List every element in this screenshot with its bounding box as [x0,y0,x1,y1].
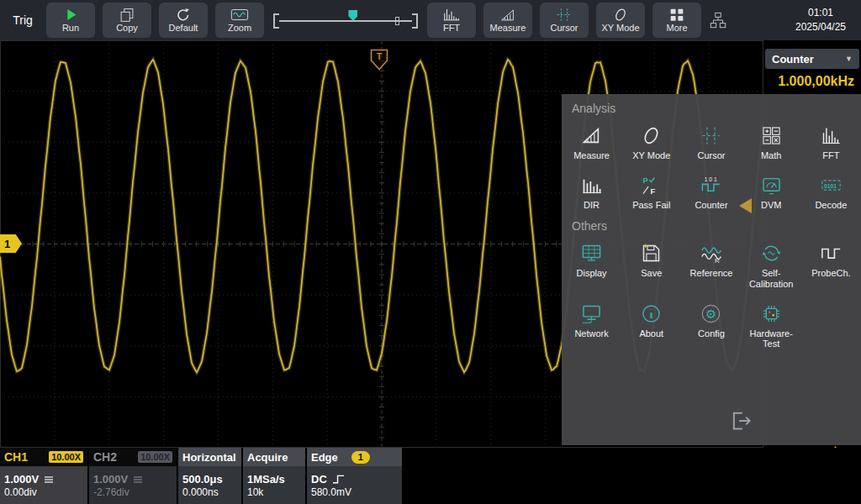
menu-item-self-calibration[interactable]: Self-Calibration [742,234,801,291]
rising-edge-icon [332,474,345,485]
channel2-name: CH2 [93,450,117,464]
channel1-menu-icon [44,475,54,484]
reference-icon: R [700,242,722,265]
menu-item-label: ProbeCh. [811,268,850,279]
menu-item-label: FFT [822,150,839,161]
menu-item-label: Pass Fail [632,200,670,211]
copy-button[interactable]: Copy [103,3,151,38]
menu-item-label: Reference [690,268,733,279]
save-icon [640,242,663,265]
measure-button[interactable]: Measure [483,3,532,38]
pass-fail-icon: P F [640,174,663,197]
fft-button-label: FFT [443,24,460,33]
menu-item-decode[interactable]: 0101 Decode [801,166,861,213]
top-toolbar: Trig Run Copy Default Zoom [0,0,861,40]
menu-item-config[interactable]: ⚙ Config [681,295,741,351]
menu-item-fft[interactable]: FFT [801,117,861,163]
more-button[interactable]: More [652,3,701,38]
menu-item-label: XY Mode [632,150,670,161]
trigger-flag-icon: T [370,49,388,71]
slider-end-tick [395,17,399,25]
menu-item-label: Hardware-Test [743,328,799,349]
channel1-scale: 1.000V [4,474,39,485]
default-button-label: Default [169,24,198,33]
dvm-icon [760,174,783,197]
acquire-sample-rate: 1MSa/s [247,474,285,485]
channel2-block[interactable]: CH2 10.00X 1.000V -2.76div [89,448,177,504]
menu-item-about[interactable]: About [621,295,681,351]
menu-item-xy-mode[interactable]: XY Mode [621,117,681,163]
info-icon [640,302,663,325]
channel2-probe-badge: 10.00X [138,451,172,463]
svg-text:⚙: ⚙ [705,307,716,320]
menu-item-display[interactable]: Display [562,234,621,291]
slider-left-bracket [273,13,279,29]
analysis-section-title: Analysis [572,102,861,115]
trigger-type-label: Edge [311,451,338,464]
self-calibration-icon [760,242,783,265]
run-button[interactable]: Run [46,3,95,38]
menu-item-math[interactable]: Math [742,117,801,163]
analysis-grid: Measure XY Mode Cursor [562,117,861,212]
exit-menu-button[interactable] [726,408,760,437]
gear-icon: ⚙ [700,302,722,325]
menu-item-pass-fail[interactable]: P F Pass Fail [621,166,681,213]
menu-item-label: Math [761,150,781,161]
horizontal-timebase: 500.0μs [182,474,223,485]
channel1-marker-label: 1 [4,238,10,250]
menu-item-measure[interactable]: Measure [562,117,621,163]
fft-button[interactable]: FFT [427,3,476,38]
fft-icon [820,124,843,147]
menu-item-save[interactable]: Save [621,234,681,291]
trigger-block[interactable]: Edge 1 DC 580.0mV [307,448,402,504]
time-text: 01:01 [787,6,854,20]
xy-mode-icon [640,124,663,147]
xy-mode-button[interactable]: XY Mode [596,3,645,38]
more-menu-popup: Analysis Measure XY Mode [562,94,861,445]
topology-tree-icon[interactable] [709,11,727,29]
horizontal-position-slider[interactable] [273,8,418,33]
network-icon [580,302,603,325]
measure-ramp-icon [499,8,517,22]
fft-spectrum-icon [442,8,461,22]
channel1-block[interactable]: CH1 10.00X 1.000V 0.00div [0,448,87,504]
menu-item-hardware-test[interactable]: Hardware-Test [742,295,801,351]
acquire-block[interactable]: Acquire 1MSa/s 10k [243,448,305,504]
refresh-icon [174,8,193,22]
dir-histogram-icon [580,174,603,197]
default-button[interactable]: Default [159,3,208,38]
trigger-status-label: Trig [7,13,39,27]
counter-icon: 1 0 1 [700,174,722,197]
horizontal-delay: 0.000ns [182,487,237,497]
xy-ellipse-icon [611,8,630,22]
cursor-button[interactable]: Cursor [540,3,589,38]
display-icon [580,242,603,265]
others-grid: Display Save R Reference [562,234,861,351]
channel1-name: CH1 [4,450,28,464]
menu-item-reference[interactable]: R Reference [681,234,741,291]
date-text: 2025/04/25 [787,20,854,34]
menu-item-cursor[interactable]: Cursor [681,117,741,163]
menu-item-dir[interactable]: DIR [562,166,621,213]
probe-check-icon [820,242,843,265]
svg-text:R: R [715,258,720,265]
trigger-level: 580.0mV [311,487,398,497]
clock-display: 01:01 2025/04/25 [787,6,854,35]
horizontal-label: Horizontal [182,451,236,464]
counter-dropdown[interactable]: Counter ▼ [765,49,859,69]
svg-text:T: T [377,51,383,61]
trigger-source-badge: 1 [351,451,370,464]
oscilloscope-screen: Trig Run Copy Default Zoom [0,0,861,504]
menu-item-label: Config [698,328,725,339]
trigger-position-marker[interactable]: T [370,49,388,74]
exit-door-icon [726,408,755,433]
menu-item-label: Counter [695,200,727,211]
menu-item-network[interactable]: Network [562,295,621,351]
menu-item-probe-check[interactable]: ProbeCh. [801,234,861,291]
copy-button-label: Copy [116,24,138,33]
zoom-button[interactable]: Zoom [215,3,264,38]
selection-arrow [739,198,752,213]
horizontal-block[interactable]: Horizontal 500.0μs 0.000ns [178,448,241,504]
channel2-offset: -2.76div [93,487,172,497]
menu-item-counter[interactable]: 1 0 1 Counter [681,166,741,213]
